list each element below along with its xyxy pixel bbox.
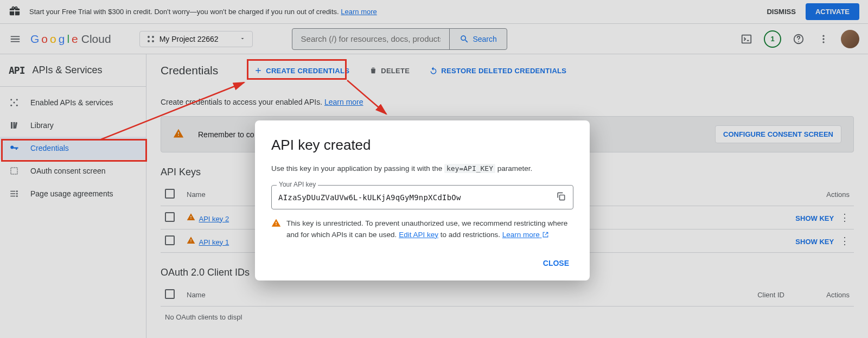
svg-point-7 [822,38,824,40]
svg-point-2 [148,40,150,42]
api-key-link[interactable]: API key 2 [199,215,229,223]
svg-point-15 [16,190,18,192]
enabled-apis-icon [9,98,20,107]
checkbox-all[interactable] [165,289,175,299]
sidebar-item-library[interactable]: Library [0,114,146,137]
close-button[interactable]: CLOSE [539,256,573,271]
trial-text: Start your Free Trial with $300 in credi… [29,8,377,16]
sidebar-item-credentials[interactable]: Credentials [0,137,146,160]
svg-point-17 [16,195,18,197]
col-actions: Actions [789,284,854,307]
sidebar-item-label: OAuth consent screen [30,167,106,175]
search-box[interactable]: Search [292,28,507,50]
search-input[interactable] [292,34,450,43]
create-credentials-button[interactable]: CREATE CREDENTIALS [254,66,349,75]
warning-icon [187,238,195,246]
dialog-desc: Use this key in your application by pass… [271,163,573,174]
learn-more-link[interactable]: Learn more [324,98,363,106]
warning-icon [271,218,281,240]
dialog-warning: This key is unrestricted. To prevent una… [271,218,573,240]
api-logo-icon: API [9,65,25,76]
activate-button[interactable]: ACTIVATE [806,3,859,20]
copy-icon[interactable] [556,191,566,203]
key-icon [9,143,20,153]
avatar[interactable] [841,30,859,48]
sidebar-header: API APIs & Services [0,54,146,87]
svg-point-10 [16,99,18,100]
learn-more-link[interactable]: Learn more [502,231,549,239]
sidebar-item-label: Page usage agreements [30,189,113,198]
sidebar-item-enabled-apis[interactable]: Enabled APIs & services [0,91,146,114]
svg-point-16 [16,193,18,195]
dismiss-button[interactable]: DISMISS [767,8,795,16]
col-name: Name [182,284,446,307]
library-icon [9,120,20,130]
checkbox-all[interactable] [165,189,175,199]
svg-point-0 [148,36,150,38]
delete-button[interactable]: DELETE [369,66,410,75]
svg-point-12 [16,105,18,106]
warning-icon [173,128,184,141]
project-picker[interactable]: My Project 22662 [139,31,253,47]
row-menu-icon[interactable]: ⋮ [840,235,850,246]
api-key-link[interactable]: API key 1 [199,238,229,246]
row-checkbox[interactable] [165,212,175,222]
sidebar-item-label: Credentials [30,144,69,152]
gift-icon [9,5,21,18]
svg-rect-20 [560,195,565,200]
cloud-shell-icon[interactable] [739,31,754,47]
api-key-field: Your API key AIzaSyDUuZVaUVw6L-kULKjA9qG… [271,185,573,209]
consent-icon [9,166,20,176]
show-key-button[interactable]: SHOW KEY [795,214,834,222]
show-key-button[interactable]: SHOW KEY [795,238,834,246]
svg-point-3 [152,40,154,42]
col-client-id: Client ID [446,284,789,307]
svg-rect-14 [11,168,17,174]
dialog-title: API key created [271,137,573,154]
more-icon[interactable] [816,31,831,47]
api-key-created-dialog: API key created Use this key in your app… [255,120,590,280]
project-name: My Project 22662 [159,35,219,43]
notifications-badge[interactable]: 1 [764,30,781,48]
sidebar-item-oauth-consent[interactable]: OAuth consent screen [0,160,146,182]
sidebar-item-label: Library [30,121,54,130]
google-cloud-logo[interactable]: Google Cloud [30,33,111,46]
svg-point-6 [822,35,824,36]
no-oauth-text: No OAuth clients to displ [161,307,854,328]
warning-icon [187,215,195,223]
restore-button[interactable]: RESTORE DELETED CREDENTIALS [429,66,566,75]
sidebar: API APIs & Services Enabled APIs & servi… [0,54,146,338]
sidebar-item-label: Enabled APIs & services [30,98,113,107]
svg-point-11 [10,105,12,106]
configure-consent-button[interactable]: CONFIGURE CONSENT SCREEN [715,125,841,143]
page-title: Credentials [161,64,218,77]
svg-point-1 [152,36,154,38]
svg-point-8 [822,41,824,43]
svg-rect-4 [742,35,751,43]
sidebar-item-page-usage[interactable]: Page usage agreements [0,182,146,205]
menu-icon[interactable] [9,33,22,46]
subtitle: Create credentials to access your enable… [161,98,854,106]
oauth-table: Name Client ID Actions [161,284,854,307]
search-button[interactable]: Search [449,29,506,49]
svg-point-9 [10,99,12,100]
api-key-value[interactable]: AIzaSyDUuZVaUVw6L-kULKjA9qGyM9npXCdIbOw [278,193,556,202]
usage-icon [9,189,20,199]
help-icon[interactable] [791,31,806,47]
trial-learn-more-link[interactable]: Learn more [341,8,376,16]
consent-text: Remember to co [198,130,254,139]
field-label: Your API key [277,181,318,188]
chevron-down-icon [239,35,246,43]
edit-api-key-link[interactable]: Edit API key [399,231,438,239]
row-checkbox[interactable] [165,235,175,245]
svg-point-13 [14,102,15,104]
row-menu-icon[interactable]: ⋮ [840,212,850,223]
